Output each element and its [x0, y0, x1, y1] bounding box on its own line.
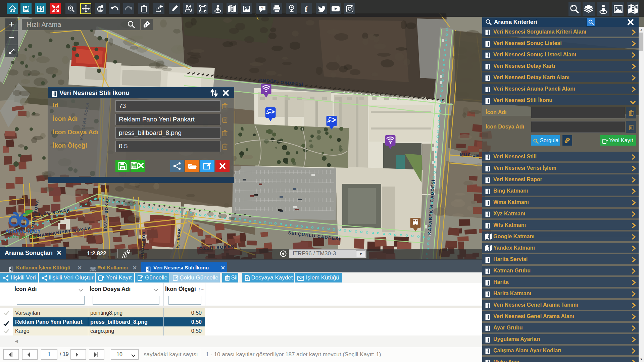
svg-text:?: ? [261, 6, 263, 10]
svg-text:ARNAVUTKÖY: ARNAVUTKÖY [5, 228, 41, 234]
svg-text:f: f [305, 5, 308, 13]
svg-text:BELEDİYESİ: BELEDİYESİ [9, 235, 38, 239]
